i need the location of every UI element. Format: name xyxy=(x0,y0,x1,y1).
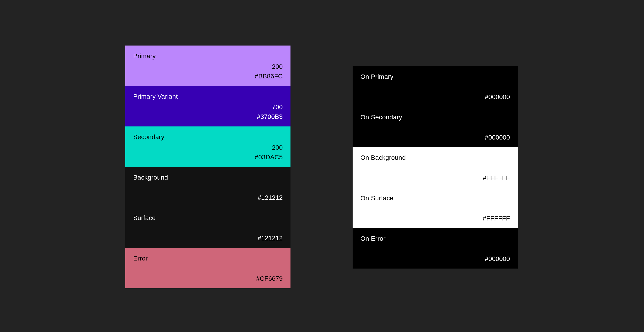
swatch-label: Background xyxy=(133,174,283,181)
swatch-label: Surface xyxy=(133,214,283,222)
swatch-meta: #FFFFFF xyxy=(483,215,510,222)
color-swatch: On Surface#FFFFFF xyxy=(352,188,518,228)
color-swatch: Primary Variant700#3700B3 xyxy=(125,86,290,126)
color-swatch: Error#CF6679 xyxy=(125,248,290,288)
color-swatch: Surface#121212 xyxy=(125,208,290,248)
swatch-meta: #CF6679 xyxy=(256,275,283,282)
swatch-label: Error xyxy=(133,255,283,262)
swatch-meta: 700#3700B3 xyxy=(257,104,283,120)
swatch-hex: #121212 xyxy=(258,234,283,242)
color-swatch: On Error#000000 xyxy=(352,228,518,268)
swatch-hex: #000000 xyxy=(485,93,510,101)
palette-container: Primary200#BB86FCPrimary Variant700#3700… xyxy=(0,0,644,288)
left-palette: Primary200#BB86FCPrimary Variant700#3700… xyxy=(125,46,290,288)
swatch-meta: 200#03DAC5 xyxy=(255,144,283,161)
right-palette: On Primary#000000On Secondary#000000On B… xyxy=(352,66,518,268)
swatch-label: On Background xyxy=(360,154,510,162)
swatch-hex: #000000 xyxy=(485,134,510,141)
swatch-hex: #FFFFFF xyxy=(483,174,510,182)
swatch-hex: #3700B3 xyxy=(257,113,283,120)
swatch-hex: #BB86FC xyxy=(255,73,283,80)
swatch-meta: #000000 xyxy=(485,134,510,141)
swatch-meta: 200#BB86FC xyxy=(255,63,283,80)
swatch-label: On Primary xyxy=(360,73,510,80)
color-swatch: On Background#FFFFFF xyxy=(352,147,518,188)
swatch-label: On Surface xyxy=(360,194,510,202)
color-swatch: Background#121212 xyxy=(125,167,290,208)
color-swatch: On Secondary#000000 xyxy=(352,107,518,147)
color-swatch: On Primary#000000 xyxy=(352,66,518,107)
swatch-label: Primary xyxy=(133,52,283,60)
swatch-hex: #FFFFFF xyxy=(483,215,510,222)
color-swatch: Secondary200#03DAC5 xyxy=(125,126,290,167)
swatch-meta: #121212 xyxy=(258,234,283,242)
swatch-label: On Secondary xyxy=(360,114,510,121)
swatch-meta: #FFFFFF xyxy=(483,174,510,182)
swatch-hex: #000000 xyxy=(485,255,510,262)
swatch-meta: #121212 xyxy=(258,194,283,202)
swatch-label: Secondary xyxy=(133,133,283,141)
color-swatch: Primary200#BB86FC xyxy=(125,46,290,86)
swatch-tone: 700 xyxy=(257,104,283,111)
swatch-hex: #121212 xyxy=(258,194,283,202)
swatch-tone: 200 xyxy=(255,144,283,151)
swatch-hex: #CF6679 xyxy=(256,275,283,282)
swatch-meta: #000000 xyxy=(485,255,510,262)
swatch-label: Primary Variant xyxy=(133,93,283,100)
swatch-meta: #000000 xyxy=(485,93,510,101)
swatch-tone: 200 xyxy=(255,63,283,70)
swatch-hex: #03DAC5 xyxy=(255,154,283,161)
swatch-label: On Error xyxy=(360,235,510,242)
